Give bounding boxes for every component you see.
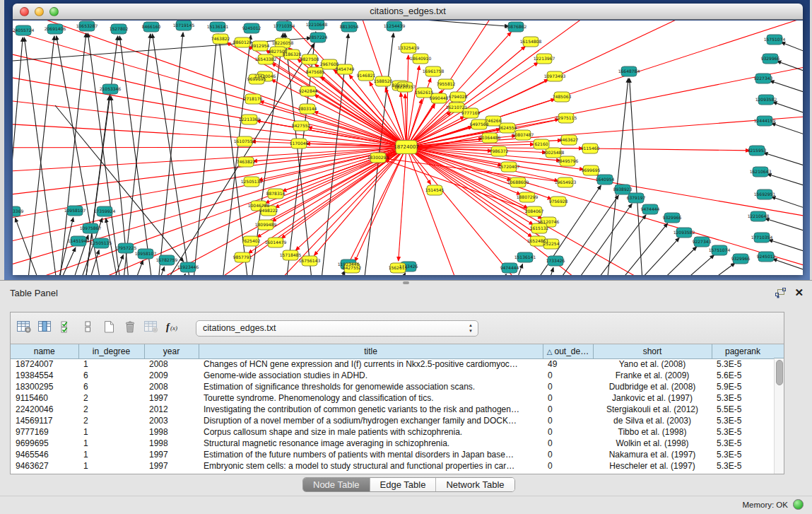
graph-node-label: 3624554 <box>498 125 517 130</box>
graph-node-label: 18495796 <box>557 158 579 163</box>
graph-node-label: 10719145 <box>173 23 195 28</box>
table-mode-button[interactable] <box>13 317 35 339</box>
graph-edge <box>564 215 646 275</box>
graph-node-label: 11451944 <box>68 238 90 243</box>
column-header-year[interactable]: year <box>144 344 199 358</box>
float-panel-icon[interactable] <box>775 288 787 298</box>
tab-edge-table[interactable]: Edge Table <box>370 478 436 491</box>
table-row[interactable]: 1938455462009Genome-wide association stu… <box>11 370 774 381</box>
graph-node-label: 8475685 <box>306 69 325 74</box>
graph-node-label: 2084067 <box>525 209 544 214</box>
graph-node-label: 10958107 <box>64 208 86 213</box>
graph-edge <box>529 195 618 275</box>
graph-node-label: 16120746 <box>538 219 560 224</box>
graph-node-label: 16210721 <box>446 105 468 110</box>
graph-node-label: 1527802 <box>110 26 129 31</box>
column-visibility-button[interactable] <box>35 317 56 339</box>
network-canvas[interactable]: 2405572420691406106532871527802846616010… <box>13 21 803 275</box>
graph-node-label: 17710354 <box>273 23 295 28</box>
graph-node-label: 9115460 <box>581 146 600 151</box>
table-row[interactable]: 1456911722003Disruption of a novel membe… <box>11 415 774 426</box>
trash-icon <box>123 320 137 337</box>
vertical-scrollbar[interactable] <box>774 358 784 474</box>
graph-node-label: 15718485 <box>280 252 302 257</box>
table-panel-title: Table Panel <box>10 281 58 306</box>
graph-node-label: 9245012 <box>757 254 776 259</box>
zoom-window-button[interactable] <box>49 7 59 16</box>
network-graph: 2405572420691406106532871527802846616010… <box>13 21 803 275</box>
network-window-titlebar[interactable]: citations_edges.txt <box>13 4 803 20</box>
graph-node-label: 10958107 <box>135 251 157 256</box>
graph-node-label: 20364486 <box>479 135 501 140</box>
table-row[interactable]: 946554611997Estimation of the future num… <box>11 449 774 460</box>
row-selection-button[interactable] <box>56 317 77 339</box>
graph-node-label: 9329966 <box>663 215 682 220</box>
graph-node-label: 1588520 <box>374 78 393 83</box>
graph-node-label: 10046788 <box>248 203 270 208</box>
function-builder-button[interactable]: f (x) <box>162 317 183 339</box>
graph-node-label: 9227343 <box>693 239 712 244</box>
graph-node-label: 62160 <box>534 141 548 146</box>
graph-edge <box>24 37 62 275</box>
table-row[interactable]: 1872400712008Changes of HCN gene express… <box>11 358 774 370</box>
graph-node-label: 12213369 <box>13 209 23 214</box>
graph-node-label: 17359924 <box>94 209 116 214</box>
close-window-button[interactable] <box>20 7 29 16</box>
graph-node-label: 17957225 <box>115 245 137 250</box>
graph-node-label: 12093582 <box>673 230 695 235</box>
graph-node-label: 12210648 <box>306 22 328 27</box>
graph-edge <box>23 36 54 275</box>
graph-node-label: 8860128 <box>233 40 252 45</box>
graph-node-label: 18220357 <box>394 84 416 89</box>
graph-node-label: 16961758 <box>423 69 445 74</box>
delete-columns-button[interactable] <box>119 317 141 339</box>
delete-table-button <box>141 317 162 339</box>
graph-node-label: 16014479 <box>265 240 287 245</box>
column-header-in_degree[interactable]: in_degree <box>78 344 144 358</box>
column-header-pagerank[interactable]: pagerank <box>712 344 774 358</box>
table-row[interactable]: 2242004622012Investigating the contribut… <box>11 404 774 415</box>
scrollbar-thumb[interactable] <box>776 360 783 385</box>
graph-node-label: 6379197 <box>627 195 646 200</box>
graph-node-label: 8878314 <box>266 191 286 196</box>
close-panel-icon[interactable]: ✕ <box>794 286 804 299</box>
tab-network-table[interactable]: Network Table <box>435 478 514 491</box>
table-row[interactable]: 969969511998Structural magnetic resonanc… <box>11 438 774 449</box>
graph-node-label: 9777169 <box>461 110 481 115</box>
graph-node-label: 7485063 <box>553 94 572 99</box>
graph-node-label: 17710354 <box>751 235 773 240</box>
cytoscape-app: citations_edges.txt 24055724206914061065… <box>0 0 812 514</box>
graph-node-label: 6990448 <box>430 95 449 100</box>
column-header-title[interactable]: title <box>199 344 543 358</box>
column-header-short[interactable]: short <box>593 344 712 358</box>
graph-node-label: 18724007 <box>394 144 419 150</box>
table-row[interactable]: 946362711997Embryonic stem cells: a mode… <box>11 460 774 472</box>
column-header-name[interactable]: name <box>11 344 78 358</box>
graph-node-label: 1170046 <box>290 141 309 146</box>
new-column-button[interactable] <box>98 317 119 339</box>
graph-edge <box>767 174 803 203</box>
graph-node-label: 9146821 <box>357 73 376 78</box>
table-row[interactable]: 911546021997Tourette syndrome. Phenomeno… <box>11 392 774 404</box>
minimize-window-button[interactable] <box>35 7 44 16</box>
graph-node-label: 11923446 <box>177 264 199 269</box>
table-source-select[interactable]: citations_edges.txt ▲▼ <box>196 320 478 337</box>
graph-edge <box>13 147 406 148</box>
graph-node-label: 9699695 <box>582 168 601 173</box>
svg-text:(x): (x) <box>170 325 177 332</box>
graph-edge <box>13 63 406 147</box>
graph-node-label: 10975867 <box>80 226 102 230</box>
graph-edge <box>777 61 803 91</box>
table-rows-button[interactable] <box>77 317 98 339</box>
column-header-out_de[interactable]: △out_de… <box>543 344 593 358</box>
graph-node-label: 20876862 <box>505 24 527 29</box>
table-panel: Table Panel ✕ <box>0 280 812 514</box>
graph-edge <box>154 33 183 275</box>
graph-node-label: 19654923 <box>555 180 577 185</box>
table-row[interactable]: 977716911998Corpus callosum shape and si… <box>11 426 774 438</box>
graph-node-label: 6794028 <box>449 94 468 99</box>
graph-node-label: 9699695 <box>247 76 266 81</box>
graph-node-label: 18099489 <box>255 222 277 227</box>
tab-node-table[interactable]: Node Table <box>303 478 370 491</box>
table-row[interactable]: 1830029562008Estimation of significance … <box>11 381 774 392</box>
